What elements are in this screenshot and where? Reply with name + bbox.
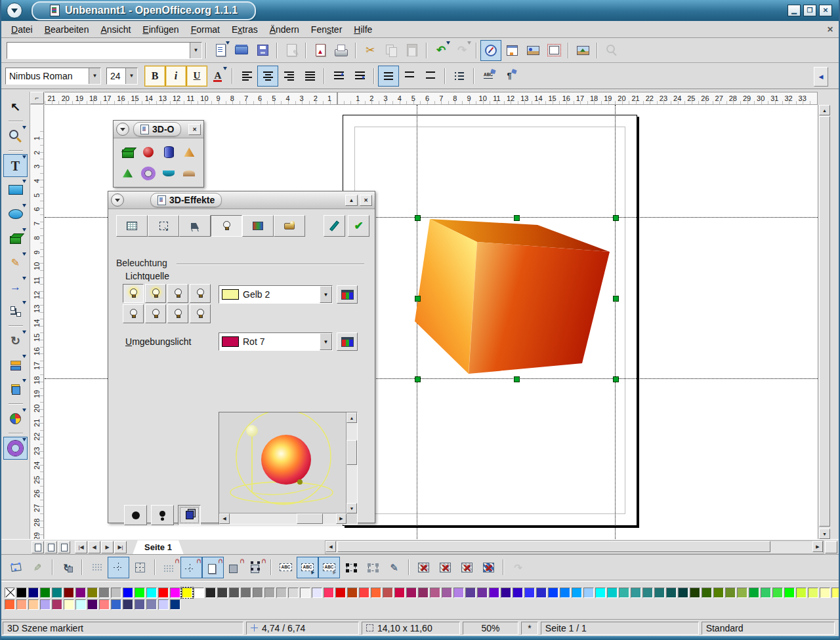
color-swatch[interactable] [335, 588, 346, 598]
menu-ndern[interactable]: Ändern [264, 22, 305, 37]
menu-hilfe[interactable]: Hilfe [348, 22, 378, 37]
horizontal-ruler[interactable]: 2120191817161514131211109876543211234567… [45, 92, 818, 105]
color-swatch[interactable] [371, 588, 381, 598]
illumination-preview[interactable]: ▲ ▼ ◀ ▶ [219, 412, 358, 525]
menu-format[interactable]: Format [185, 22, 226, 37]
color-swatch[interactable] [501, 588, 511, 598]
color-swatch[interactable] [572, 588, 582, 598]
color-swatch[interactable] [28, 599, 39, 610]
color-swatch[interactable] [52, 599, 62, 610]
line-spacing-2-button[interactable] [420, 66, 441, 87]
ruler-origin-button[interactable]: ⌐ [30, 92, 44, 104]
color-swatch[interactable] [135, 588, 145, 598]
snap-to-border-button[interactable]: ∩ [224, 557, 245, 578]
color-swatch[interactable] [194, 588, 204, 598]
color-swatch[interactable] [182, 588, 192, 598]
spacing-decrease-button[interactable] [349, 66, 370, 87]
light-source-7-button[interactable] [167, 304, 188, 323]
status-style[interactable]: Standard [702, 622, 835, 635]
color-swatch[interactable] [170, 599, 180, 610]
selection-handle[interactable] [415, 376, 421, 382]
open-button[interactable] [231, 40, 252, 61]
color-swatch[interactable] [453, 588, 464, 598]
tab-material[interactable] [274, 215, 305, 237]
title-pill[interactable]: Unbenannt1 - OpenOffice.org 1.1.1 [32, 1, 256, 20]
status-selection[interactable]: 3D Szene markiert [3, 622, 243, 635]
color-swatch[interactable] [146, 588, 157, 598]
cube-3d-object[interactable] [415, 215, 617, 380]
tab-texturen[interactable] [242, 215, 274, 237]
scroll-up-icon[interactable]: ▲ [346, 412, 357, 423]
color-swatch[interactable] [761, 588, 771, 598]
align-right-button[interactable] [278, 66, 299, 87]
zoom-tool[interactable] [3, 125, 28, 148]
color-swatch[interactable] [300, 588, 310, 598]
menu-bearbeiten[interactable]: Bearbeiten [39, 22, 95, 37]
color-swatch[interactable] [111, 588, 121, 598]
view-notes-button[interactable] [45, 541, 57, 553]
modify-with-attributes-button[interactable] [340, 557, 362, 578]
vertical-scrollbar[interactable]: ▲ ▼ [818, 105, 831, 539]
color-swatch[interactable] [75, 588, 86, 598]
status-zoom[interactable]: 50% [463, 622, 518, 635]
chevron-down-icon[interactable]: ▼ [320, 333, 332, 350]
select-tool[interactable] [3, 95, 28, 118]
torus3d-button[interactable] [138, 163, 158, 184]
color-swatch[interactable] [607, 588, 618, 598]
color-swatch[interactable] [170, 588, 180, 598]
selection-handle[interactable] [415, 296, 421, 302]
simple-handles-button[interactable] [362, 557, 383, 578]
color-swatch[interactable] [229, 588, 240, 598]
menu-extras[interactable]: Extras [226, 22, 264, 37]
select-text-area-button[interactable] [297, 557, 318, 578]
align-left-button[interactable] [236, 66, 257, 87]
line-spacing-1-button[interactable] [378, 66, 399, 87]
double-click-edit-button[interactable] [318, 557, 340, 578]
line-spacing-15-button[interactable] [399, 66, 420, 87]
objects3d-tool[interactable] [3, 227, 28, 250]
tab-geometrie[interactable] [148, 215, 179, 237]
export-pdf-button[interactable] [310, 40, 331, 61]
rotate-tool[interactable] [3, 329, 28, 352]
tab-favoriten[interactable] [116, 215, 148, 237]
picture-placeholder-button[interactable] [413, 557, 434, 578]
menu-ansicht[interactable]: Ansicht [94, 22, 136, 37]
color-swatch[interactable] [477, 588, 488, 598]
status-modified[interactable]: * [521, 622, 538, 635]
minimize-button[interactable]: ▁ [788, 5, 801, 16]
font-size-value[interactable]: 24 [107, 71, 125, 81]
color-swatch[interactable] [241, 588, 251, 598]
tab-beleuchtung[interactable] [211, 215, 242, 237]
color-swatch[interactable] [40, 599, 51, 610]
window-menu-button[interactable] [7, 3, 22, 18]
chevron-down-icon[interactable]: ▼ [89, 68, 100, 84]
color-swatch[interactable] [135, 599, 145, 610]
color-swatch[interactable] [28, 588, 39, 598]
color-swatch[interactable] [158, 588, 169, 598]
underline-button[interactable]: U [186, 66, 207, 87]
bold-button[interactable]: B [144, 66, 165, 87]
tab-seite-1[interactable]: Seite 1 [133, 540, 184, 555]
color-swatch[interactable] [513, 588, 523, 598]
color-swatch[interactable] [406, 588, 417, 598]
ambient-color-dropdown[interactable]: Rot 7 ▼ [219, 332, 333, 351]
scroll-right-icon[interactable]: ▶ [812, 541, 823, 552]
edit-points-button[interactable] [5, 557, 27, 578]
preview-horizontal-scrollbar[interactable]: ◀ ▶ [219, 513, 346, 524]
scrollbar-thumb[interactable] [346, 440, 357, 465]
snap-to-points-button[interactable]: ∩ [245, 557, 267, 578]
insert-tool[interactable] [3, 407, 28, 430]
status-page[interactable]: Seite 1 / 1 [541, 622, 699, 635]
preview-sphere-button[interactable] [124, 505, 147, 525]
scroll-left-icon[interactable]: ◀ [219, 513, 230, 524]
color-swatch[interactable] [548, 588, 558, 598]
navigator-button[interactable] [480, 40, 501, 61]
color-swatch[interactable] [536, 588, 547, 598]
color-swatch[interactable] [737, 588, 747, 598]
alignment-tool[interactable] [3, 353, 28, 376]
font-name-value[interactable]: Nimbus Roman [6, 71, 89, 81]
light-source-3-button[interactable] [167, 284, 188, 303]
light-source-2-button[interactable] [145, 284, 166, 303]
color-swatch[interactable] [820, 588, 830, 598]
align-center-button[interactable] [257, 66, 278, 87]
